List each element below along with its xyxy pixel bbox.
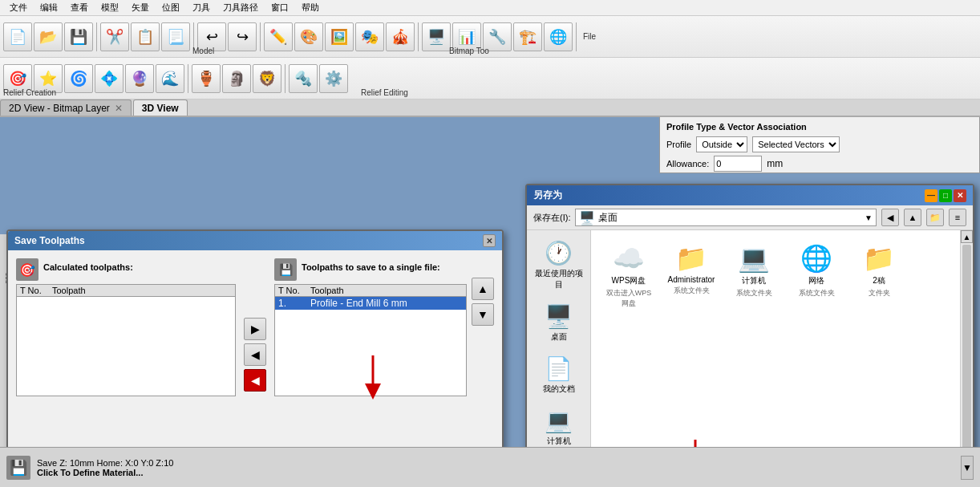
status-scroll[interactable]: ▼ (961, 456, 974, 480)
calc-icon: 🎯 (16, 258, 38, 281)
file-admin-sub: 系统文件夹 (674, 286, 710, 296)
sidebar-desktop[interactable]: 🖥️ 桌面 (541, 300, 576, 346)
file-network-sub: 系统文件夹 (799, 288, 835, 298)
tb-redo[interactable]: ↪ (228, 22, 257, 51)
sidebar-computer[interactable]: 💻 计算机 (541, 404, 576, 450)
tb-relief8[interactable]: 🗿 (222, 64, 251, 93)
tb-relief4[interactable]: 💠 (95, 64, 124, 93)
tb-model1[interactable]: 🎨 (294, 22, 323, 51)
nav-back[interactable]: ◀ (881, 209, 899, 226)
toolbar-row-1: 📄 📂 💾 ✂️ 📋 📃 ↩ ↪ ✏️ 🎨 🖼️ 🎭 🎪 🖥️ 📊 🔧 🏗️ 🌐… (0, 16, 980, 58)
saveas-dialog: 另存为 — □ ✕ 保存在(I): 🖥️ 桌面 ▼ ◀ ▲ 📁 ≡ (525, 184, 974, 487)
file-wps[interactable]: ☁️ WPS网盘 双击进入WPS网盘 (601, 240, 657, 312)
menu-file[interactable]: 文件 (3, 2, 34, 14)
allowance-input[interactable] (714, 156, 762, 172)
tb-copy[interactable]: 📋 (131, 22, 160, 51)
tab-3dview-label: 3D View (142, 103, 179, 114)
saveas-maximize[interactable]: □ (939, 189, 952, 202)
scroll-up-btn[interactable]: ▲ (961, 230, 973, 243)
saveas-win-controls: — □ ✕ (925, 189, 966, 202)
tb-new[interactable]: 📄 (3, 22, 32, 51)
file-grid: ☁️ WPS网盘 双击进入WPS网盘 📁 Administrator 系统文件夹… (594, 233, 970, 319)
tb-draw[interactable]: ✏️ (264, 22, 293, 51)
save-dialog-title: Save Toolpaths (14, 235, 85, 246)
tab-2dview-close[interactable]: ✕ (115, 103, 123, 114)
status-text-area: Save Z: 10mm Home: X:0 Y:0 Z:10 Click To… (37, 458, 173, 477)
file-computer-label: 计算机 (742, 275, 766, 286)
allowance-unit: mm (767, 158, 783, 169)
saveas-close[interactable]: ✕ (954, 189, 966, 202)
profile-select[interactable]: Outside Inside On (696, 136, 747, 152)
location-label: 保存在(I): (533, 212, 570, 224)
menu-model[interactable]: 模型 (95, 2, 125, 14)
sidebar-documents[interactable]: 📄 我的文档 (540, 352, 578, 398)
menu-window[interactable]: 窗口 (265, 2, 295, 14)
sidebar-desktop-label: 桌面 (551, 331, 567, 343)
location-select[interactable]: 🖥️ 桌面 ▼ (575, 209, 877, 226)
tb-bitmap4[interactable]: 🏗️ (513, 22, 542, 51)
tb-relief9[interactable]: 🦁 (253, 64, 281, 93)
allowance-label: Allowance: (666, 159, 709, 168)
toolbar-bitmap-label: Bitmap Too (449, 47, 489, 55)
sidebar-documents-label: 我的文档 (543, 384, 575, 395)
menu-bitmap[interactable]: 位图 (156, 2, 186, 14)
arrow-right-btn[interactable]: ▶ (244, 318, 266, 340)
nav-up[interactable]: ▲ (904, 209, 921, 226)
tab-3dview[interactable]: 3D View (133, 99, 188, 116)
calculated-list: T No. Toolpath (16, 284, 236, 396)
save-dialog-close[interactable]: ✕ (483, 234, 496, 247)
tb-relief3[interactable]: 🌀 (64, 64, 93, 93)
tb-relief5[interactable]: 🔮 (125, 64, 154, 93)
tb-relief7[interactable]: 🏺 (192, 64, 221, 93)
file-2gao[interactable]: 📁 2稿 文件夹 (851, 240, 907, 312)
tb-bitmap1[interactable]: 🖥️ (422, 22, 451, 51)
tb-sep-r1 (188, 64, 188, 93)
nav-view[interactable]: ≡ (949, 209, 966, 226)
sidebar-recent[interactable]: 🕐 最近使用的项目 (530, 237, 587, 294)
saveas-minimize[interactable]: — (925, 189, 937, 202)
vector-select[interactable]: Selected Vectors All Vectors (752, 136, 840, 152)
annotation-arrow (361, 355, 385, 406)
menu-tools[interactable]: 刀具 (186, 2, 217, 14)
tb-save[interactable]: 💾 (64, 22, 93, 51)
menu-edit[interactable]: 编辑 (34, 2, 64, 14)
tb-relief11[interactable]: ⚙️ (319, 64, 348, 93)
tb-model3[interactable]: 🎭 (355, 22, 384, 51)
save-dialog-titlebar: Save Toolpaths ✕ (8, 231, 502, 250)
move-down-btn[interactable]: ▼ (472, 303, 494, 326)
menu-help[interactable]: 帮助 (295, 2, 326, 14)
file-computer[interactable]: 💻 计算机 系统文件夹 (726, 240, 782, 312)
save-to-file-label: Toolpaths to save to a single file: (302, 262, 440, 272)
save-list-row-1[interactable]: 1. Profile - End Mill 6 mm (275, 297, 466, 310)
file-admin[interactable]: 📁 Administrator 系统文件夹 (663, 240, 719, 312)
menu-bar: 文件 编辑 查看 模型 矢量 位图 刀具 刀具路径 窗口 帮助 (0, 0, 980, 16)
tb-open[interactable]: 📂 (34, 22, 63, 51)
tb-bitmap5[interactable]: 🌐 (544, 22, 573, 51)
tb-sep-5 (576, 22, 577, 51)
arrow-red-btn[interactable]: ◀ (244, 369, 266, 392)
toolbar-model-label: Model (192, 47, 214, 55)
menu-toolpath[interactable]: 刀具路径 (217, 2, 265, 14)
profile-panel-title: Profile Type & Vector Association (666, 122, 973, 132)
tb-model4[interactable]: 🎪 (386, 22, 415, 51)
move-up-btn[interactable]: ▲ (472, 278, 494, 300)
tb-sep-r2 (285, 64, 285, 93)
file-network[interactable]: 🌐 网络 系统文件夹 (788, 240, 844, 312)
tb-paste[interactable]: 📃 (161, 22, 190, 51)
tb-cut[interactable]: ✂️ (100, 22, 129, 51)
tab-2dview[interactable]: 2D View - Bitmap Layer ✕ (0, 99, 132, 116)
tb-relief10[interactable]: 🔩 (289, 64, 318, 93)
file-wps-sub: 双击进入WPS网盘 (604, 288, 654, 309)
sidebar-recent-label: 最近使用的项目 (533, 268, 584, 290)
tb-sep-4 (418, 22, 419, 51)
nav-create-folder[interactable]: 📁 (926, 209, 944, 226)
tab-strip: 2D View - Bitmap Layer ✕ 3D View (0, 99, 980, 117)
arrow-left-btn[interactable]: ◀ (244, 343, 266, 366)
tb-relief6[interactable]: 🌊 (156, 64, 184, 93)
menu-vector[interactable]: 矢量 (125, 2, 156, 14)
menu-view[interactable]: 查看 (64, 2, 95, 14)
calc-label: Calculated toolpaths: (43, 262, 133, 272)
location-value: 桌面 (598, 211, 618, 225)
relief-creation-label: Relief Creation (3, 88, 56, 97)
tb-model2[interactable]: 🖼️ (325, 22, 354, 51)
